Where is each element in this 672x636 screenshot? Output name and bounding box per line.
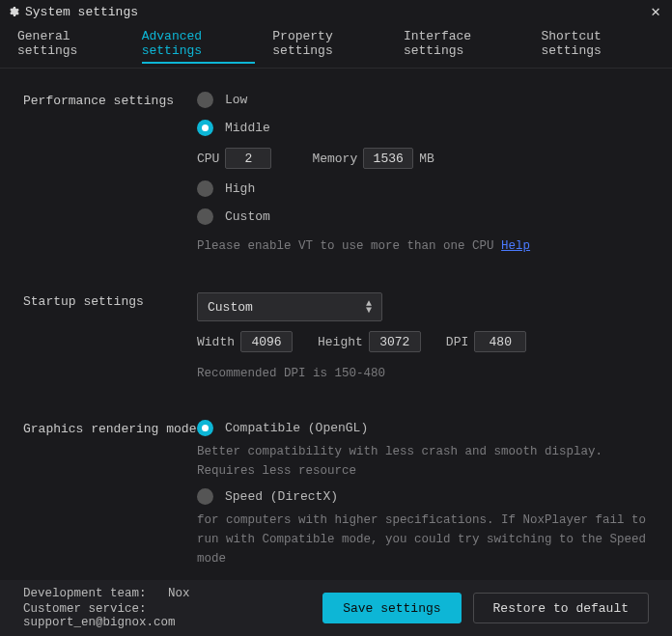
dpi-input[interactable] bbox=[474, 331, 526, 352]
memory-input[interactable] bbox=[363, 148, 413, 169]
width-input[interactable] bbox=[240, 331, 293, 352]
restore-button[interactable]: Restore to default bbox=[473, 593, 649, 623]
tab-property[interactable]: Property settings bbox=[272, 29, 386, 64]
dev-label: Development team: bbox=[23, 587, 147, 600]
radio-speed[interactable] bbox=[197, 488, 213, 505]
titlebar: System settings ✕ bbox=[0, 0, 672, 23]
tab-shortcut[interactable]: Shortcut settings bbox=[541, 29, 655, 64]
tab-advanced[interactable]: Advanced settings bbox=[142, 29, 256, 64]
content: Performance settings Low Middle CPU Memo… bbox=[0, 69, 672, 588]
cpu-input[interactable] bbox=[225, 148, 271, 169]
radio-speed-label: Speed (DirectX) bbox=[225, 489, 338, 504]
radio-compat[interactable] bbox=[197, 420, 213, 436]
save-button[interactable]: Save settings bbox=[322, 593, 461, 623]
memory-label: Memory bbox=[312, 152, 357, 166]
startup-select-value: Custom bbox=[208, 300, 253, 315]
performance-label: Performance settings bbox=[23, 92, 197, 263]
tab-general[interactable]: General settings bbox=[17, 29, 125, 64]
graphics-label: Graphics rendering mode bbox=[23, 420, 197, 576]
support-label: Customer service: bbox=[23, 602, 147, 616]
startup-select[interactable]: Custom ▲▼ bbox=[197, 292, 382, 321]
startup-label: Startup settings bbox=[23, 292, 197, 391]
cpu-label: CPU bbox=[197, 152, 219, 166]
radio-custom-perf[interactable] bbox=[197, 208, 213, 225]
tab-interface[interactable]: Interface settings bbox=[404, 29, 524, 64]
window-title: System settings bbox=[25, 5, 647, 19]
close-icon[interactable]: ✕ bbox=[647, 2, 664, 21]
speed-hint: for computers with higher specifications… bbox=[197, 511, 649, 568]
chevron-updown-icon: ▲▼ bbox=[366, 300, 372, 314]
compat-hint: Better compatibility with less crash and… bbox=[197, 442, 649, 481]
tabs: General settings Advanced settings Prope… bbox=[0, 23, 672, 69]
radio-high[interactable] bbox=[197, 180, 213, 197]
vt-hint: Please enable VT to use more than one CP… bbox=[197, 239, 501, 253]
help-link[interactable]: Help bbox=[501, 239, 530, 253]
radio-low-label: Low bbox=[225, 93, 247, 107]
radio-custom-perf-label: Custom bbox=[225, 209, 270, 224]
height-input[interactable] bbox=[369, 331, 421, 352]
dev-value: Nox bbox=[168, 587, 190, 600]
width-label: Width bbox=[197, 335, 235, 349]
dpi-hint: Recommended DPI is 150-480 bbox=[197, 364, 649, 383]
height-label: Height bbox=[318, 335, 363, 349]
radio-high-label: High bbox=[225, 181, 255, 196]
support-value: support_en@bignox.com bbox=[23, 616, 176, 629]
dpi-label: DPI bbox=[446, 335, 468, 349]
gear-icon bbox=[8, 6, 19, 17]
radio-compat-label: Compatible (OpenGL) bbox=[225, 421, 368, 435]
radio-low[interactable] bbox=[197, 92, 213, 108]
memory-unit: MB bbox=[419, 152, 434, 166]
radio-middle-label: Middle bbox=[225, 121, 270, 135]
radio-middle[interactable] bbox=[197, 120, 213, 136]
footer: Development team: Nox Customer service: … bbox=[0, 580, 672, 636]
